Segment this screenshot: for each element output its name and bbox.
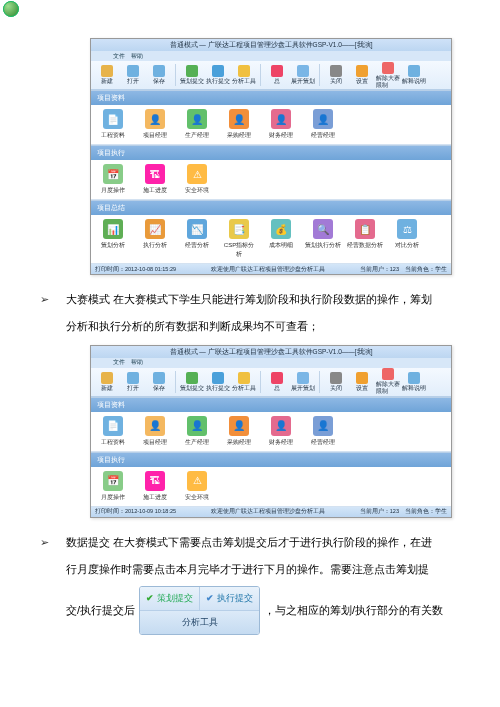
module-生产经理[interactable]: 👤生产经理 [179,416,215,447]
module-经营经理[interactable]: 👤经营经理 [305,416,341,447]
ribbon-separator [260,371,261,393]
module-icon: 📑 [229,219,249,239]
ribbon-label: 执行提交 [206,385,230,392]
module-采购经理[interactable]: 👤采购经理 [221,109,257,140]
ribbon-toolbar: 新建打开保存策划提交执行提交分析工具总展开策划关闭设置解除大赛限制解释说明 [91,368,451,397]
ribbon-关闭[interactable]: 关闭 [324,65,348,85]
module-采购经理[interactable]: 👤采购经理 [221,416,257,447]
tab-help[interactable]: 帮助 [131,358,143,367]
ribbon-关闭[interactable]: 关闭 [324,372,348,392]
module-icon: 👤 [229,416,249,436]
ribbon-展开策划[interactable]: 展开策划 [291,65,315,85]
module-label: 工程资料 [101,131,125,140]
ribbon-label: 解除大赛限制 [376,381,400,395]
plan-submit-button[interactable]: 策划提交 [140,587,199,610]
ribbon-label: 展开策划 [291,385,315,392]
module-施工进度[interactable]: 🏗施工进度 [137,164,173,195]
ribbon-icon [330,65,342,77]
ribbon-展开策划[interactable]: 展开策划 [291,372,315,392]
module-安全环境[interactable]: ⚠安全环境 [179,164,215,195]
text-after-buttons: ，与之相应的筹划/执行部分的有关数 [264,600,443,621]
ribbon-设置[interactable]: 设置 [350,65,374,85]
module-项目经理[interactable]: 👤项目经理 [137,109,173,140]
ribbon-打开[interactable]: 打开 [121,372,145,392]
ribbon-新建[interactable]: 新建 [95,372,119,392]
module-label: 财务经理 [269,131,293,140]
module-策划执行分析[interactable]: 🔍策划执行分析 [305,219,341,259]
ribbon-icon [101,65,113,77]
section-body: 📄工程资料👤项目经理👤生产经理👤采购经理👤财务经理👤经营经理 [91,412,451,452]
check-icon [206,590,214,607]
ribbon-解释说明[interactable]: 解释说明 [402,65,426,85]
ribbon-label: 打开 [127,385,139,392]
ribbon-保存[interactable]: 保存 [147,65,171,85]
module-CSP指标分析[interactable]: 📑CSP指标分析 [221,219,257,259]
ribbon-保存[interactable]: 保存 [147,372,171,392]
module-对比分析[interactable]: ⚖对比分析 [389,219,425,259]
tab-file[interactable]: 文件 [113,358,125,367]
exec-submit-button[interactable]: 执行提交 [199,587,259,610]
ribbon-label: 分析工具 [232,78,256,85]
module-label: 成本明细 [269,241,293,250]
tab-file[interactable]: 文件 [113,52,125,61]
ribbon-解除大赛限制[interactable]: 解除大赛限制 [376,368,400,395]
ribbon-分析工具[interactable]: 分析工具 [232,372,256,392]
bullet-text-cont: 分析和执行分析的所有数据和判断成果均不可查看； [66,316,460,337]
ribbon-新建[interactable]: 新建 [95,65,119,85]
app-orb-icon [3,1,19,17]
ribbon-策划提交[interactable]: 策划提交 [180,65,204,85]
module-icon: 📅 [103,164,123,184]
module-月度操作[interactable]: 📅月度操作 [95,471,131,502]
module-经营经理[interactable]: 👤经营经理 [305,109,341,140]
module-项目经理[interactable]: 👤项目经理 [137,416,173,447]
module-工程资料[interactable]: 📄工程资料 [95,109,131,140]
module-icon: ⚠ [187,164,207,184]
ribbon-label: 总 [274,385,280,392]
module-策划分析[interactable]: 📊策划分析 [95,219,131,259]
ribbon-执行提交[interactable]: 执行提交 [206,372,230,392]
module-icon: 🔍 [313,219,333,239]
ribbon-总[interactable]: 总 [265,372,289,392]
analysis-tool-button[interactable]: 分析工具 [140,610,259,634]
ribbon-separator [175,64,176,86]
status-bar: 打印时间：2012-10-08 01:15:29 欢迎使用广联达工程项目管理沙盘… [91,264,451,274]
bullet-data-submit: ➢ 数据提交 在大赛模式下需要点击筹划提交后才于进行执行阶段的操作，在进 [40,532,460,553]
ribbon-打开[interactable]: 打开 [121,65,145,85]
ribbon-label: 策划提交 [180,385,204,392]
section-header: 项目总结 [91,200,451,215]
section-header: 项目执行 [91,452,451,467]
status-time: 打印时间：2012-10-09 10:18:25 [95,508,176,515]
module-工程资料[interactable]: 📄工程资料 [95,416,131,447]
ribbon-解释说明[interactable]: 解释说明 [402,372,426,392]
module-成本明细[interactable]: 💰成本明细 [263,219,299,259]
module-财务经理[interactable]: 👤财务经理 [263,416,299,447]
module-label: 策划执行分析 [305,241,341,250]
ribbon-icon [212,65,224,77]
module-经营分析[interactable]: 📉经营分析 [179,219,215,259]
module-安全环境[interactable]: ⚠安全环境 [179,471,215,502]
module-生产经理[interactable]: 👤生产经理 [179,109,215,140]
tab-help[interactable]: 帮助 [131,52,143,61]
module-财务经理[interactable]: 👤财务经理 [263,109,299,140]
ribbon-执行提交[interactable]: 执行提交 [206,65,230,85]
ribbon-label: 解释说明 [402,385,426,392]
ribbon-设置[interactable]: 设置 [350,372,374,392]
module-执行分析[interactable]: 📈执行分析 [137,219,173,259]
module-label: 财务经理 [269,438,293,447]
ribbon-策划提交[interactable]: 策划提交 [180,372,204,392]
ribbon-icon [153,372,165,384]
module-月度操作[interactable]: 📅月度操作 [95,164,131,195]
inline-button-group: 策划提交 执行提交 分析工具 [139,586,260,635]
module-icon: 👤 [271,416,291,436]
check-icon [146,590,154,607]
ribbon-解除大赛限制[interactable]: 解除大赛限制 [376,62,400,89]
module-经营数据分析[interactable]: 📋经营数据分析 [347,219,383,259]
ribbon-label: 分析工具 [232,385,256,392]
ribbon-总[interactable]: 总 [265,65,289,85]
module-label: 经营分析 [185,241,209,250]
ribbon-icon [212,372,224,384]
module-施工进度[interactable]: 🏗施工进度 [137,471,173,502]
ribbon-icon [297,65,309,77]
section-body: 📊策划分析📈执行分析📉经营分析📑CSP指标分析💰成本明细🔍策划执行分析📋经营数据… [91,215,451,264]
ribbon-分析工具[interactable]: 分析工具 [232,65,256,85]
